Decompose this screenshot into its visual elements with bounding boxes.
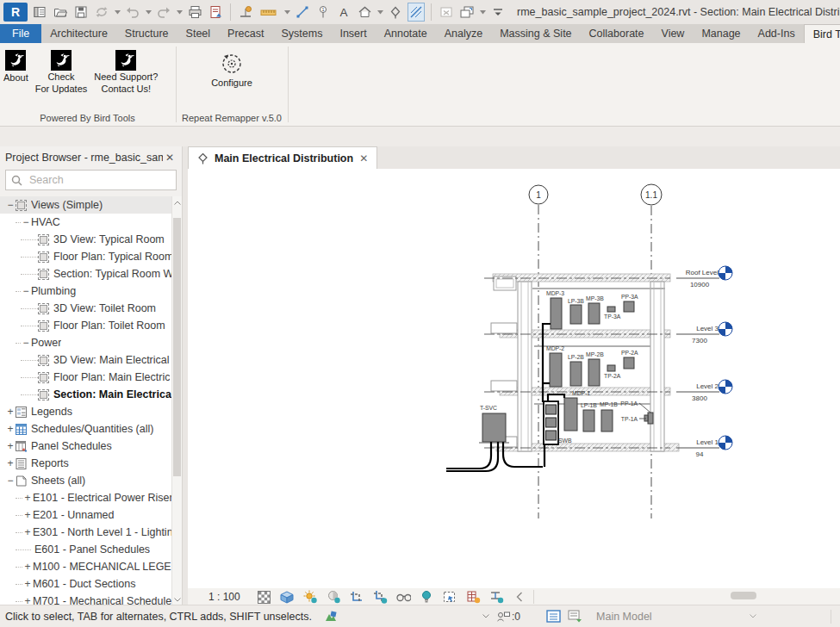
tab-manage[interactable]: Manage [693, 24, 749, 43]
tab-annotate[interactable]: Annotate [376, 24, 436, 43]
tab-massing-site[interactable]: Massing & Site [491, 24, 580, 43]
sync-dropdown-icon[interactable] [114, 3, 121, 22]
level-name[interactable]: Level 3 [696, 325, 719, 332]
tree-item-schedules[interactable]: + Schedules/Quantities (all) [0, 420, 172, 438]
project-browser-titlebar[interactable]: Project Browser - rme_basic_sampl... ✕ [0, 146, 182, 168]
tree-item-sheet[interactable]: + E301 - North Level 1 - Lighting [0, 524, 172, 541]
close-icon[interactable]: ✕ [359, 152, 368, 165]
about-button[interactable]: About [0, 47, 32, 84]
panel-label[interactable]: LP-1B [581, 402, 597, 408]
panel-label[interactable]: MP-1B [600, 401, 618, 407]
tree-item-sheet[interactable]: + M701 - Mechanical Schedules [0, 593, 172, 605]
temporary-hide-isolate-icon[interactable] [396, 590, 411, 604]
measure-pin-icon[interactable] [237, 3, 254, 22]
panel-label[interactable]: TP-2A [604, 373, 621, 379]
scroll-up-icon[interactable] [172, 196, 182, 208]
tab-insert[interactable]: Insert [331, 24, 375, 43]
reveal-constraints-icon[interactable] [489, 590, 504, 604]
switch-windows-icon[interactable] [458, 3, 476, 22]
expander[interactable]: + [22, 509, 33, 521]
horizontal-scrollbar[interactable] [536, 588, 840, 605]
tab-file[interactable]: File [0, 24, 41, 43]
panel-label[interactable]: MP-3B [586, 295, 604, 301]
expander[interactable]: + [5, 406, 16, 418]
tree-item-view[interactable]: Section: Typical Room W [0, 265, 172, 282]
design-options-icon[interactable] [568, 610, 582, 623]
chevron-down-icon[interactable] [482, 614, 489, 618]
undo-icon[interactable] [124, 3, 141, 22]
analytical-model-icon[interactable] [466, 590, 481, 604]
level-name[interactable]: Roof Level [686, 269, 719, 276]
expander[interactable]: − [21, 285, 31, 297]
panel-label[interactable]: MDP-2 [546, 345, 564, 351]
tree-item-view[interactable]: Floor Plan: Main Electric [0, 369, 172, 386]
transformer-label[interactable]: T-SVC [480, 405, 497, 411]
expander[interactable]: + [5, 440, 16, 452]
home-dropdown-icon[interactable] [376, 3, 383, 22]
editable-only-icon[interactable] [546, 610, 561, 623]
export-icon[interactable] [207, 3, 224, 22]
browser-vertical-scrollbar[interactable] [171, 196, 182, 605]
tab-systems[interactable]: Systems [272, 24, 331, 43]
thin-lines-icon[interactable] [408, 3, 425, 22]
tree-item-plumbing[interactable]: − Plumbing [0, 282, 172, 300]
expander[interactable]: + [22, 561, 33, 573]
level-name[interactable]: Level 2 [696, 382, 719, 390]
tag-icon[interactable]: 1 [314, 3, 332, 22]
browser-search-box[interactable] [5, 170, 177, 190]
panel-label[interactable]: MDP-1 [572, 390, 590, 396]
panel-label[interactable]: PP-1A [620, 400, 638, 407]
view-tab-main-electrical-distribution[interactable]: Main Electrical Distribution ✕ [188, 146, 377, 169]
scrollbar-thumb[interactable] [731, 592, 756, 599]
level-elevation[interactable]: 94 [696, 450, 704, 458]
panel-label[interactable]: MDP-3 [546, 290, 564, 296]
measure-dropdown-icon[interactable] [283, 3, 290, 22]
level-elevation[interactable]: 10900 [690, 281, 710, 289]
expander[interactable]: + [22, 578, 33, 590]
print-icon[interactable] [186, 3, 203, 22]
scrollbar-thumb[interactable] [173, 218, 181, 476]
visual-style-icon[interactable] [280, 590, 295, 604]
tab-add-ins[interactable]: Add-Ins [750, 24, 804, 43]
tree-item-sheet[interactable]: + M100 - MECHANICAL LEGEND [0, 558, 172, 575]
panel-label[interactable]: PP-2A [621, 350, 638, 356]
tree-item-panel-schedules[interactable]: + Panel Schedules [0, 438, 172, 455]
tree-item-view[interactable]: 3D View: Typical Room [0, 231, 172, 248]
expander[interactable]: + [5, 423, 16, 435]
switchboard-label[interactable]: SWB [558, 438, 572, 444]
tree-item-hvac[interactable]: − HVAC [0, 214, 172, 231]
show-crop-region-icon[interactable] [373, 590, 388, 604]
panel-label[interactable]: PP-3A [621, 294, 638, 300]
aligned-dimension-icon[interactable] [294, 3, 311, 22]
section-view-canvas[interactable]: 1 1.1 [188, 169, 840, 588]
configure-button[interactable]: Configure [208, 47, 256, 89]
tab-precast[interactable]: Precast [219, 24, 272, 43]
tree-item-view[interactable]: Floor Plan: Toilet Room [0, 317, 172, 334]
tree-item-view[interactable]: 3D View: Toilet Room [0, 300, 172, 317]
expander[interactable]: − [5, 199, 16, 211]
reveal-hidden-elements-icon[interactable] [420, 590, 434, 604]
worksets-button[interactable]: :0 [496, 611, 520, 623]
crop-view-icon[interactable] [350, 590, 364, 604]
tree-item-legends[interactable]: + Legends [0, 403, 172, 420]
undo-dropdown-icon[interactable] [145, 3, 152, 22]
panel-label[interactable]: TP-3A [604, 314, 621, 320]
panel-label[interactable]: LP-3B [568, 298, 584, 304]
expander[interactable]: − [21, 337, 31, 349]
tree-item-reports[interactable]: + Reports [0, 455, 172, 472]
sun-path-icon[interactable] [303, 590, 318, 604]
active-design-option-select[interactable]: Main Model [596, 611, 743, 623]
tree-item-sheets[interactable]: − Sheets (all) [0, 472, 172, 489]
tab-collaborate[interactable]: Collaborate [581, 24, 653, 43]
tab-analyze[interactable]: Analyze [436, 24, 491, 43]
tree-item-power[interactable]: − Power [0, 334, 172, 351]
scroll-down-icon[interactable] [172, 593, 182, 605]
expander[interactable]: + [22, 526, 33, 538]
tree-item-sheet[interactable]: + E101 - Electrical Power Riser D [0, 489, 172, 506]
panel-label[interactable]: MP-2B [586, 351, 604, 357]
level-elevation[interactable]: 7300 [692, 337, 707, 345]
panel-label[interactable]: LP-2B [568, 354, 584, 360]
tree-item-sheet[interactable]: E601 - Panel Schedules [0, 541, 172, 558]
section-marker-icon[interactable] [387, 3, 404, 22]
tab-view[interactable]: View [653, 24, 694, 43]
